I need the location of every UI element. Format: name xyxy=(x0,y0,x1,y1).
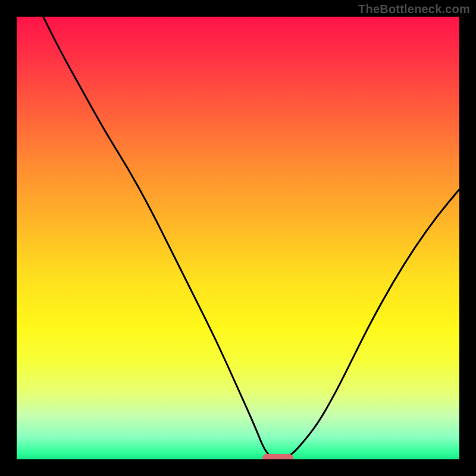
plot-area xyxy=(17,17,459,459)
bottleneck-curve xyxy=(17,17,459,459)
optimal-marker xyxy=(262,454,293,459)
chart-frame: TheBottleneck.com xyxy=(0,0,476,476)
watermark-text: TheBottleneck.com xyxy=(358,2,470,16)
bottleneck-curve-path xyxy=(43,17,459,459)
